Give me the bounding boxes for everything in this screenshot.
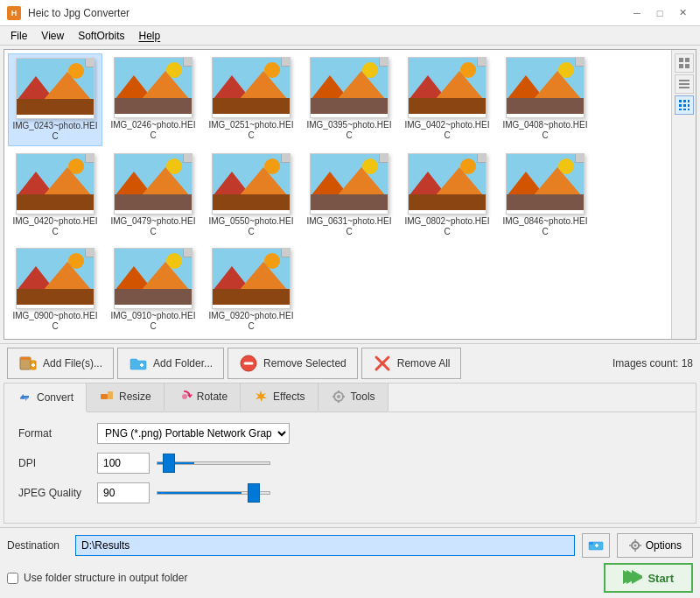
list-item[interactable]: IMG_0420~photo.HEIC <box>8 150 102 241</box>
tab-rotate[interactable]: Rotate <box>164 383 241 412</box>
file-thumbnail <box>212 57 290 118</box>
close-button[interactable]: ✕ <box>672 5 693 21</box>
jpeg-quality-slider-container <box>157 491 270 495</box>
svg-rect-89 <box>683 109 686 110</box>
view-thumbnail-btn[interactable] <box>675 53 694 73</box>
jpeg-quality-slider[interactable] <box>157 491 270 495</box>
list-item[interactable]: IMG_0631~photo.HEIC <box>302 150 396 241</box>
list-item[interactable]: IMG_0408~photo.HEIC <box>498 53 592 146</box>
remove-selected-icon <box>239 354 258 373</box>
tab-convert-label: Convert <box>37 391 74 404</box>
svg-rect-79 <box>679 80 690 81</box>
svg-rect-39 <box>115 194 192 210</box>
resize-icon <box>99 389 115 405</box>
svg-rect-59 <box>507 194 584 210</box>
file-thumbnail <box>212 153 290 215</box>
svg-rect-44 <box>213 194 290 210</box>
svg-rect-85 <box>679 104 682 107</box>
svg-rect-101 <box>101 394 108 399</box>
svg-rect-54 <box>409 194 486 210</box>
file-name: IMG_0402~photo.HEIC <box>403 120 491 141</box>
rotate-icon <box>177 389 192 405</box>
file-thumbnail <box>310 153 388 215</box>
folder-structure-label[interactable]: Use folder structure in output folder <box>24 572 187 584</box>
svg-rect-75 <box>679 58 683 62</box>
list-item[interactable]: IMG_0846~photo.HEIC <box>498 150 592 241</box>
destination-input[interactable] <box>75 535 575 556</box>
file-name: IMG_0251~photo.HEIC <box>207 120 295 141</box>
file-grid[interactable]: IMG_0243~photo.HEIC IMG_0246~photo.HEIC <box>4 50 671 339</box>
svg-rect-92 <box>20 357 31 360</box>
list-item[interactable]: IMG_0246~photo.HEIC <box>106 53 200 146</box>
start-icon <box>623 567 642 589</box>
app-title: Heic to Jpg Converter <box>28 7 620 19</box>
jpeg-quality-input[interactable] <box>97 482 150 503</box>
dpi-slider-container <box>157 461 270 465</box>
add-folder-label: Add Folder... <box>153 357 213 369</box>
convert-panel: Format PNG (*.png) Portable Network Grap… <box>4 412 696 523</box>
add-files-icon <box>18 354 38 373</box>
list-item[interactable]: IMG_0910~photo.HEIC <box>106 244 200 335</box>
browse-destination-button[interactable] <box>582 533 610 558</box>
svg-rect-64 <box>17 289 94 305</box>
remove-all-button[interactable]: Remove All <box>361 348 462 379</box>
options-button[interactable]: Options <box>617 533 693 558</box>
file-thumbnail <box>16 248 94 309</box>
tab-effects[interactable]: Effects <box>241 383 318 412</box>
list-item[interactable]: IMG_0251~photo.HEIC <box>204 53 298 146</box>
tab-convert[interactable]: Convert <box>4 383 87 412</box>
view-grid-btn[interactable] <box>675 95 694 115</box>
list-item[interactable]: IMG_0550~photo.HEIC <box>204 150 298 241</box>
format-row: Format PNG (*.png) Portable Network Grap… <box>18 423 682 444</box>
remove-selected-label: Remove Selected <box>263 357 346 369</box>
format-select[interactable]: PNG (*.png) Portable Network Graphics <box>97 423 290 444</box>
tab-resize[interactable]: Resize <box>87 383 164 412</box>
file-name: IMG_0408~photo.HEIC <box>501 120 589 141</box>
maximize-button[interactable]: □ <box>649 5 670 21</box>
file-thumbnail <box>212 248 290 309</box>
menu-file[interactable]: File <box>4 28 34 44</box>
list-item[interactable]: IMG_0402~photo.HEIC <box>400 53 494 146</box>
menu-softorbits[interactable]: SoftOrbits <box>71 28 131 44</box>
menu-view[interactable]: View <box>34 28 71 44</box>
svg-rect-88 <box>679 109 682 110</box>
tab-effects-label: Effects <box>273 390 304 403</box>
svg-rect-80 <box>679 83 690 85</box>
jpeg-quality-label: JPEG Quality <box>18 487 97 499</box>
folder-structure-checkbox[interactable] <box>7 573 18 584</box>
menu-help[interactable]: Help <box>132 28 168 44</box>
file-name: IMG_0243~photo.HEIC <box>12 121 98 142</box>
start-button[interactable]: Start <box>604 563 693 593</box>
add-files-button[interactable]: Add File(s)... <box>7 348 114 379</box>
tab-tools[interactable]: Tools <box>318 383 388 412</box>
svg-rect-102 <box>108 391 113 399</box>
remove-selected-button[interactable]: Remove Selected <box>228 348 358 379</box>
view-list-btn[interactable] <box>675 74 694 94</box>
minimize-button[interactable]: ─ <box>626 5 648 21</box>
list-item[interactable]: IMG_0479~photo.HEIC <box>106 150 200 241</box>
menu-bar: File View SoftOrbits Help <box>0 26 700 46</box>
dpi-input[interactable] <box>97 453 150 474</box>
start-label: Start <box>648 572 674 585</box>
add-folder-button[interactable]: Add Folder... <box>117 348 224 379</box>
file-thumbnail <box>114 248 192 309</box>
list-item[interactable]: IMG_0920~photo.HEIC <box>204 244 298 335</box>
list-item[interactable]: IMG_0395~photo.HEIC <box>302 53 396 146</box>
svg-rect-49 <box>311 194 388 210</box>
svg-rect-14 <box>213 98 290 114</box>
list-item[interactable]: IMG_0802~photo.HEIC <box>400 150 494 241</box>
svg-rect-34 <box>17 194 94 210</box>
list-item[interactable]: IMG_0900~photo.HEIC <box>8 244 102 335</box>
remove-all-label: Remove All <box>397 357 451 369</box>
file-name: IMG_0900~photo.HEIC <box>11 311 99 332</box>
dpi-slider[interactable] <box>157 461 270 465</box>
tab-tools-label: Tools <box>351 390 375 403</box>
list-item[interactable]: IMG_0243~photo.HEIC <box>8 53 102 146</box>
toolbar: Add File(s)... Add Folder... Remove Sele… <box>0 343 700 383</box>
svg-rect-24 <box>409 98 486 114</box>
svg-rect-81 <box>679 87 690 88</box>
svg-rect-90 <box>688 109 690 110</box>
file-list-area: IMG_0243~photo.HEIC IMG_0246~photo.HEIC <box>4 49 696 340</box>
effects-icon <box>253 389 269 405</box>
convert-icon <box>17 390 32 405</box>
